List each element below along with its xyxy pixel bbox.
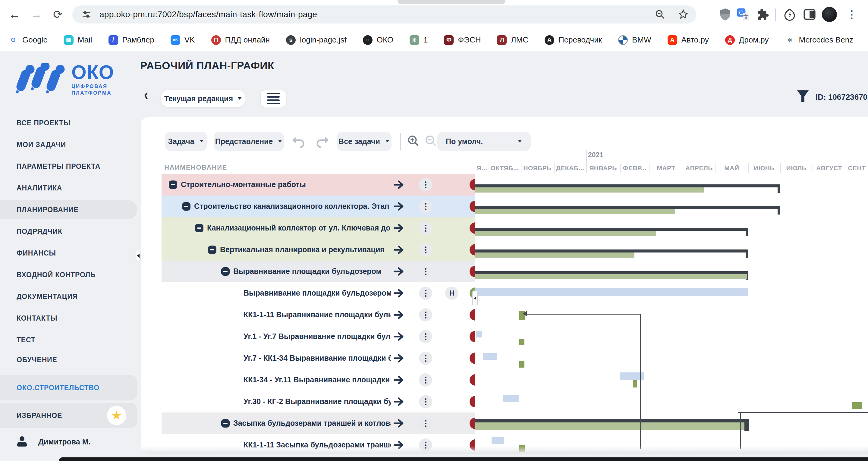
- redo-icon[interactable]: [315, 134, 330, 149]
- favorites-star-icon[interactable]: ★: [107, 406, 126, 425]
- gantt-bar[interactable]: [519, 339, 524, 345]
- sidebar-collapse-handle[interactable]: [135, 251, 141, 261]
- row-menu-icon[interactable]: [419, 178, 432, 191]
- row-menu-icon[interactable]: [419, 221, 432, 235]
- profile-avatar[interactable]: [822, 7, 837, 22]
- gantt-bar[interactable]: [475, 187, 704, 192]
- bookmark-item[interactable]: ЛЛМС: [497, 35, 528, 45]
- goto-arrow-icon[interactable]: [393, 309, 404, 320]
- back-chevron[interactable]: ‹: [144, 86, 148, 104]
- goto-arrow-icon[interactable]: [393, 179, 404, 190]
- task-dropdown[interactable]: Задача: [165, 132, 207, 151]
- forward-button[interactable]: →: [27, 5, 45, 24]
- row-menu-icon[interactable]: [419, 308, 432, 321]
- collapse-toggle[interactable]: [169, 181, 177, 189]
- row-menu-icon[interactable]: [419, 351, 432, 365]
- gantt-bar[interactable]: [475, 231, 656, 236]
- bookmark-item[interactable]: ✲Mercedes Benz: [785, 35, 853, 45]
- bookmark-item[interactable]: ФФЭСН: [444, 35, 481, 45]
- gantt-bar[interactable]: [475, 209, 675, 214]
- gantt-bar[interactable]: [476, 331, 482, 337]
- goto-arrow-icon[interactable]: [393, 222, 404, 234]
- all-tasks-dropdown[interactable]: Все задачи: [337, 132, 392, 151]
- gantt-bar[interactable]: [492, 437, 504, 444]
- gantt-bar[interactable]: [746, 249, 748, 258]
- user-account[interactable]: Димитрова М.: [17, 436, 91, 447]
- row-menu-icon[interactable]: [419, 417, 432, 430]
- zoom-out-icon[interactable]: [424, 134, 438, 149]
- sidebar-item-6[interactable]: ПОДРЯДЧИК: [0, 222, 137, 241]
- goto-arrow-icon[interactable]: [393, 287, 404, 299]
- collapse-toggle[interactable]: [195, 224, 204, 232]
- bookmark-item[interactable]: GGoogle: [8, 35, 48, 45]
- gantt-bar[interactable]: [503, 395, 519, 402]
- row-badge[interactable]: Н: [445, 286, 458, 300]
- gantt-bar[interactable]: [475, 419, 749, 423]
- bookmark-item[interactable]: /Рамблер: [108, 35, 154, 45]
- goto-arrow-icon[interactable]: [393, 396, 404, 407]
- sidebar-item-10[interactable]: КОНТАКТЫ: [0, 309, 137, 328]
- gantt-bar[interactable]: [475, 184, 780, 187]
- gantt-bar[interactable]: [475, 252, 634, 257]
- sidebar-item-4[interactable]: АНАЛИТИКА: [0, 178, 137, 198]
- bookmark-item[interactable]: ППДД онлайн: [211, 35, 270, 45]
- row-menu-icon[interactable]: [419, 243, 432, 256]
- sidebar-item-1[interactable]: ВСЕ ПРОЕКТЫ: [0, 113, 137, 132]
- goto-arrow-icon[interactable]: [393, 244, 404, 255]
- table-gantt-splitter[interactable]: [472, 290, 478, 306]
- row-menu-icon[interactable]: [419, 286, 432, 300]
- sidebar-item-clipped[interactable]: ОБУЧЕНИЕ: [0, 357, 137, 363]
- sidebar-item-2[interactable]: МОИ ЗАДАЧИ: [0, 135, 137, 154]
- collapse-toggle[interactable]: [221, 419, 230, 428]
- sidebar-item-5[interactable]: ПЛАНИРОВАНИЕ: [0, 200, 137, 219]
- gantt-bar[interactable]: [778, 184, 780, 193]
- collapse-toggle[interactable]: [182, 202, 190, 211]
- gantt-bar[interactable]: [475, 423, 747, 430]
- bookmark-item[interactable]: AПереводчик: [545, 35, 602, 45]
- gantt-bar[interactable]: [633, 380, 637, 388]
- gantt-bar[interactable]: [475, 274, 747, 279]
- sidebar-item-7[interactable]: ФИНАНСЫ: [0, 243, 137, 263]
- bookmark-star-icon[interactable]: [678, 9, 689, 20]
- goto-arrow-icon[interactable]: [393, 201, 404, 212]
- filter-icon[interactable]: [797, 90, 809, 98]
- bookmark-item[interactable]: ✳1: [410, 35, 428, 45]
- translate-extension-icon[interactable]: G文: [735, 7, 751, 22]
- bookmark-item[interactable]: slogin-page.jsf: [286, 35, 347, 45]
- bookmark-item[interactable]: ● ●ОКО: [363, 35, 393, 45]
- url-text[interactable]: app.oko-pm.ru:7002/bsp/faces/main-task-f…: [99, 10, 317, 19]
- sidebar-item-9[interactable]: ДОКУМЕНТАЦИЯ: [0, 287, 137, 306]
- collapse-toggle[interactable]: [208, 246, 216, 254]
- gantt-bar[interactable]: [475, 228, 748, 231]
- address-bar[interactable]: app.oko-pm.ru:7002/bsp/faces/main-task-f…: [72, 5, 696, 24]
- bookmark-item[interactable]: ААвто.ру: [668, 35, 709, 45]
- row-menu-icon[interactable]: [419, 330, 432, 343]
- sidebar-item-8[interactable]: ВХОДНОЙ КОНТРОЛЬ: [0, 265, 137, 284]
- gantt-bar[interactable]: [475, 206, 780, 209]
- chrome-menu-icon[interactable]: ⋮: [844, 7, 860, 22]
- browser-tab[interactable]: [398, 0, 505, 4]
- goto-arrow-icon[interactable]: [393, 374, 404, 386]
- gantt-bar[interactable]: [475, 249, 748, 252]
- performance-leaf-icon[interactable]: [782, 7, 798, 22]
- extensions-puzzle-icon[interactable]: [755, 7, 771, 22]
- oko-logo[interactable]: ОКО ЦИФРОВАЯПЛАТФОРМА: [16, 63, 114, 101]
- gantt-bar[interactable]: [852, 402, 862, 409]
- gantt-bar[interactable]: [778, 206, 780, 215]
- sidebar-item-11[interactable]: ТЕСТ: [0, 330, 137, 349]
- undo-icon[interactable]: [291, 134, 306, 149]
- menu-button[interactable]: [260, 90, 287, 107]
- sidebar-project-link[interactable]: ОКО.СТРОИТЕЛЬСТВО: [0, 375, 137, 400]
- bookmark-item[interactable]: VKVK: [170, 35, 195, 45]
- row-menu-icon[interactable]: [419, 373, 432, 387]
- goto-arrow-icon[interactable]: [393, 352, 404, 364]
- back-button[interactable]: ←: [5, 5, 24, 24]
- gantt-bar[interactable]: [475, 271, 748, 274]
- goto-arrow-icon[interactable]: [393, 266, 404, 277]
- shield-extension-icon[interactable]: [717, 7, 733, 22]
- site-settings-icon[interactable]: [82, 9, 92, 20]
- sidebar-item-3[interactable]: ПАРАМЕТРЫ ПРОЕКТА: [0, 157, 137, 176]
- bookmark-item[interactable]: ✉Mail: [64, 35, 92, 45]
- revision-dropdown[interactable]: Текущая редакция: [161, 90, 246, 107]
- zoom-indicator-icon[interactable]: [655, 9, 665, 20]
